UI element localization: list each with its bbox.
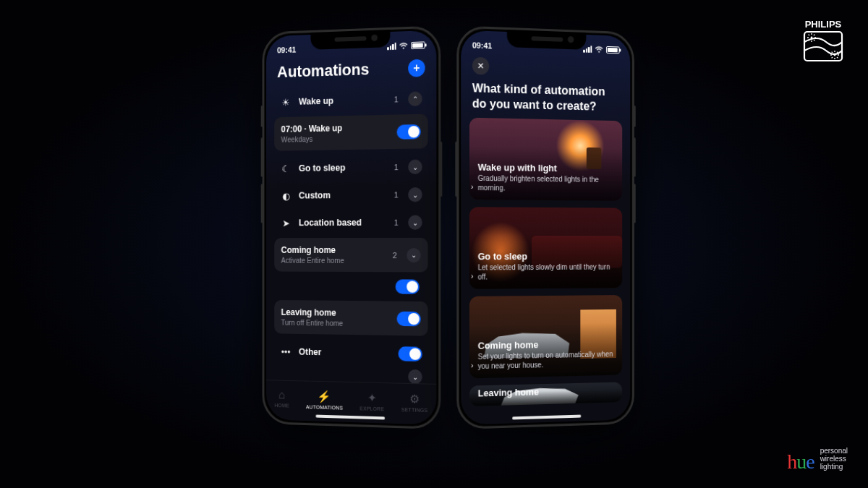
tab-explore[interactable]: ✦ EXPLORE: [359, 390, 384, 411]
clock-icon: ◐: [280, 190, 292, 201]
toggle-switch[interactable]: [399, 346, 422, 361]
tab-label: SETTINGS: [401, 406, 428, 412]
more-icon: •••: [280, 346, 292, 357]
option-desc: Let selected lights slowly dim until the…: [478, 263, 614, 282]
tab-home[interactable]: ⌂ HOME: [274, 388, 289, 408]
section-count: 1: [394, 218, 399, 227]
rocket-icon: ✦: [367, 390, 377, 404]
hue-tagline: personal wireless lighting: [820, 447, 848, 474]
section-label: Custom: [299, 190, 387, 201]
section-label: Go to sleep: [299, 162, 387, 174]
section-other[interactable]: ••• Other: [274, 338, 427, 368]
philips-logo: PHILIPS: [797, 17, 849, 64]
bolt-icon: ⚡: [318, 389, 331, 403]
chevron-down-icon: ⌄: [408, 187, 422, 202]
automation-item-wake[interactable]: 07:00 · Wake up Weekdays: [274, 114, 427, 151]
hue-logo: hue personal wireless lighting: [787, 447, 848, 474]
wifi-icon: [595, 46, 603, 53]
toggle-switch[interactable]: [397, 124, 421, 139]
gear-icon: ⚙: [409, 392, 420, 406]
wifi-icon: [399, 42, 409, 50]
section-count: 1: [394, 163, 399, 171]
option-desc: Gradually brighten selected lights in th…: [478, 174, 614, 194]
tab-label: HOME: [274, 403, 289, 408]
section-label: Wake up: [299, 95, 387, 107]
section-location-based[interactable]: ➤ Location based 1 ⌄: [274, 208, 427, 236]
section-count: 1: [394, 190, 399, 199]
chevron-down-icon: ⌄: [408, 160, 422, 174]
tab-settings[interactable]: ⚙ SETTINGS: [401, 391, 428, 412]
section-label: Location based: [299, 218, 387, 228]
automation-subtitle: Weekdays: [281, 134, 390, 144]
automation-subtitle: Activate Entire home: [281, 257, 386, 265]
notch: [507, 30, 586, 50]
chevron-up-icon: ⌃: [408, 91, 422, 106]
automation-item-leaving-home[interactable]: Leaving home Turn off Entire home: [274, 300, 427, 336]
phone-right: 09:41 ✕ What kind of automation do you w…: [456, 25, 634, 429]
battery-icon: [411, 41, 425, 49]
section-go-to-sleep[interactable]: ☾ Go to sleep 1 ⌄: [274, 153, 427, 182]
automation-title: Leaving home: [281, 307, 390, 319]
phone-left: 09:41 Automations + ☀ Wake up 1 ⌃: [263, 25, 441, 429]
home-icon: ⌂: [278, 388, 285, 401]
automation-option-go-to-sleep[interactable]: › Go to sleep Let selected lights slowly…: [469, 207, 622, 290]
home-indicator[interactable]: [512, 415, 581, 420]
status-time: 09:41: [277, 46, 296, 55]
automation-option-leaving-home[interactable]: Leaving home: [469, 382, 622, 407]
moon-icon: ☾: [280, 163, 292, 174]
chevron-down-icon: ⌄: [407, 248, 421, 262]
svg-point-3: [834, 54, 836, 56]
automation-option-wake-up[interactable]: › Wake up with light Gradually brighten …: [469, 118, 622, 201]
svg-text:PHILIPS: PHILIPS: [805, 19, 842, 30]
option-desc: Set your lights to turn on automatically…: [478, 350, 614, 371]
close-button[interactable]: ✕: [472, 57, 489, 75]
automation-title: Coming home: [281, 245, 386, 255]
section-wake-up[interactable]: ☀ Wake up 1 ⌃: [274, 85, 427, 116]
option-title: Wake up with light: [478, 162, 614, 175]
signal-icon: [583, 46, 592, 53]
signal-icon: [387, 43, 396, 51]
item-count: 2: [393, 251, 397, 260]
option-title: Go to sleep: [478, 251, 614, 262]
automation-item-coming-home[interactable]: Coming home Activate Entire home 2 ⌄: [274, 238, 427, 273]
tab-label: AUTOMATIONS: [306, 404, 343, 410]
automation-title: 07:00 · Wake up: [281, 122, 390, 134]
sunrise-icon: ☀: [280, 97, 292, 108]
status-time: 09:41: [472, 40, 492, 50]
toggle-switch[interactable]: [396, 279, 420, 294]
tab-label: EXPLORE: [359, 406, 384, 411]
chevron-down-icon: ⌄: [408, 369, 422, 384]
svg-rect-1: [804, 32, 842, 61]
add-automation-button[interactable]: +: [408, 59, 425, 77]
automation-subtitle: Turn off Entire home: [281, 319, 390, 328]
toggle-switch[interactable]: [397, 311, 421, 326]
section-count: 1: [394, 95, 399, 103]
notch: [310, 30, 390, 50]
section-custom[interactable]: ◐ Custom 1 ⌄: [274, 181, 427, 210]
section-label: Other: [299, 347, 391, 359]
chevron-down-icon: ⌄: [408, 215, 422, 230]
location-icon: ➤: [280, 218, 292, 228]
automation-option-coming-home[interactable]: › Coming home Set your lights to turn on…: [469, 295, 622, 378]
page-title: Automations: [277, 60, 369, 82]
battery-icon: [606, 46, 620, 54]
tab-automations[interactable]: ⚡ AUTOMATIONS: [306, 389, 343, 410]
svg-point-2: [811, 37, 813, 39]
page-title: What kind of automation do you want to c…: [472, 80, 620, 114]
